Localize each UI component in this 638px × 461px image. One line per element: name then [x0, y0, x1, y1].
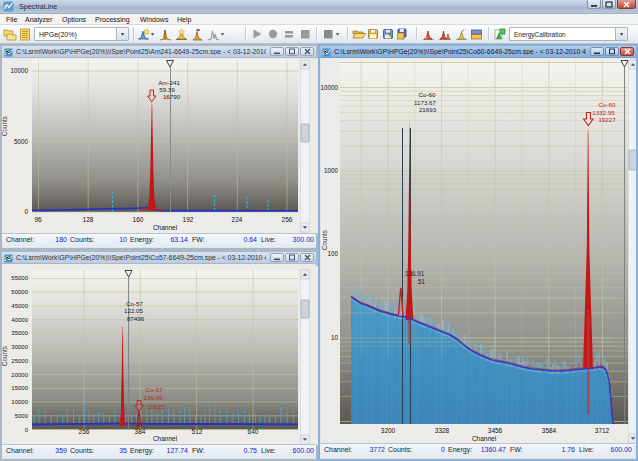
svg-text:30000: 30000 — [11, 344, 28, 350]
svg-text:384: 384 — [135, 428, 146, 435]
svg-text:256: 256 — [79, 428, 90, 435]
svg-text:10625: 10625 — [147, 403, 165, 410]
svg-text:136.91: 136.91 — [405, 270, 425, 277]
svg-text:Counts: Counts — [321, 230, 328, 250]
svg-text:87496: 87496 — [127, 315, 145, 322]
svg-text:3328: 3328 — [435, 427, 450, 434]
svg-text:122.05: 122.05 — [124, 307, 143, 314]
svg-text:128: 128 — [83, 216, 94, 223]
svg-text:10: 10 — [331, 334, 339, 341]
svg-text:55000: 55000 — [11, 275, 28, 281]
svg-text:Channel: Channel — [472, 435, 497, 442]
svg-text:21693: 21693 — [419, 106, 437, 113]
svg-text:19227: 19227 — [598, 116, 616, 123]
svg-text:96: 96 — [34, 216, 42, 223]
svg-text:10000: 10000 — [11, 399, 28, 405]
svg-text:51: 51 — [418, 278, 426, 285]
svg-text:256: 256 — [282, 216, 293, 223]
svg-text:35000: 35000 — [11, 330, 28, 336]
svg-text:3712: 3712 — [595, 427, 610, 434]
svg-text:136.45: 136.45 — [144, 394, 163, 401]
svg-text:192: 192 — [183, 216, 194, 223]
svg-text:25000: 25000 — [11, 358, 28, 364]
svg-text:15000: 15000 — [11, 385, 28, 391]
svg-text:1332.95: 1332.95 — [592, 109, 615, 116]
svg-text:20000: 20000 — [11, 372, 28, 378]
svg-text:10000: 10000 — [10, 67, 28, 74]
svg-text:16790: 16790 — [163, 93, 181, 100]
svg-text:40000: 40000 — [11, 317, 28, 323]
svg-text:Counts: Counts — [2, 116, 8, 136]
svg-text:160: 160 — [133, 216, 144, 223]
svg-text:640: 640 — [248, 428, 259, 435]
svg-text:Am-241: Am-241 — [158, 79, 180, 86]
svg-text:Channel: Channel — [153, 224, 178, 231]
svg-text:50000: 50000 — [11, 289, 28, 295]
svg-text:1173.67: 1173.67 — [414, 99, 436, 106]
svg-text:59.39: 59.39 — [159, 86, 175, 93]
svg-text:10000: 10000 — [320, 84, 338, 91]
svg-text:100: 100 — [327, 250, 338, 257]
svg-text:Channel: Channel — [153, 435, 178, 442]
svg-text:Counts: Counts — [2, 346, 8, 366]
svg-text:5000: 5000 — [15, 413, 29, 419]
svg-text:224: 224 — [232, 216, 243, 223]
svg-text:3200: 3200 — [381, 427, 396, 434]
svg-text:Co-60: Co-60 — [419, 91, 436, 98]
svg-text:3456: 3456 — [488, 427, 503, 434]
svg-text:45000: 45000 — [11, 303, 28, 309]
svg-text:5000: 5000 — [14, 138, 29, 145]
svg-text:Co-57: Co-57 — [146, 386, 163, 393]
svg-text:3584: 3584 — [542, 427, 557, 434]
svg-text:Co-60: Co-60 — [599, 101, 616, 108]
svg-text:Co-57: Co-57 — [126, 300, 143, 307]
svg-text:1000: 1000 — [324, 167, 339, 174]
svg-text:0: 0 — [24, 208, 28, 215]
svg-text:512: 512 — [192, 428, 203, 435]
